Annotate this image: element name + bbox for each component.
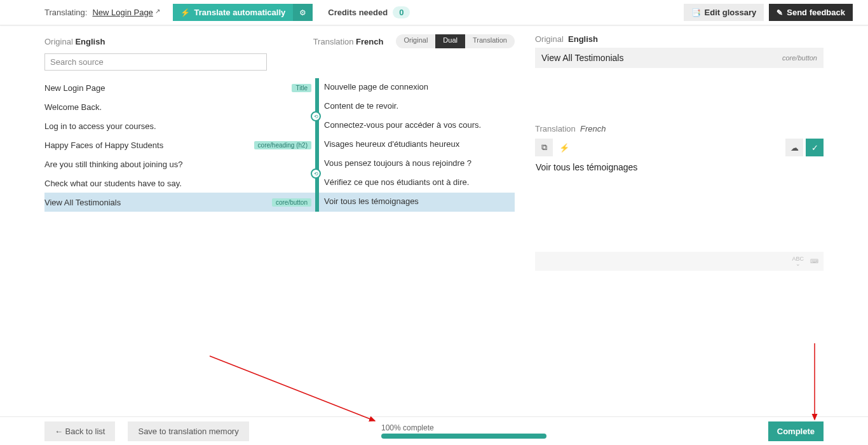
tag-cell: core/heading (h2) [269,135,315,154]
link-icon: ⟲ [311,111,321,121]
chevron-down-icon: ⌄ [796,261,801,266]
link-icon: ⟲ [311,168,321,179]
edit-glossary-label: Edit glossary [705,8,757,17]
right-orig-label-block: Original English [535,34,824,44]
tag-cell: core/button [269,193,315,212]
pill-original[interactable]: Original [396,34,435,48]
target-cell: Voir tous les témoignages [319,193,515,212]
translate-auto-settings-button[interactable]: ⚙ [293,4,313,21]
divider-bar: ⟲ [315,174,319,193]
divider-bar [315,193,319,212]
row-tag: core/button [272,198,311,207]
trans-lang: French [356,37,383,46]
target-cell: Connectez-vous pour accéder à vos cours. [319,116,515,135]
header-left: Translating: New Login Page ↗ ⚡ Translat… [44,4,410,21]
translation-lang-block: Translation French Original Dual Transla… [313,34,515,48]
translation-textarea[interactable]: Voir tous les témoignages [535,156,824,252]
source-cell: Log in to access your courses. [44,116,269,135]
source-cell: View All Testimonials [44,193,269,212]
translation-row[interactable]: Are you still thinking about joining us?… [44,154,515,174]
original-tag: core/button [782,54,817,62]
search-input[interactable] [44,53,267,71]
keyboard-icon[interactable]: ⌨ [810,259,818,264]
external-link-icon: ↗ [155,8,160,15]
spellcheck-icon[interactable]: ABC ⌄ [792,256,804,266]
edit-glossary-button[interactable]: 📑 Edit glossary [684,4,764,21]
confirm-icon[interactable]: ✓ [806,139,824,156]
right-orig-lang: English [568,34,598,44]
header-bar: Translating: New Login Page ↗ ⚡ Translat… [0,0,868,25]
credits-needed: Credits needed 0 [328,6,410,18]
download-icon[interactable]: ☁ [785,139,803,156]
pill-translation[interactable]: Translation [465,34,515,48]
divider-bar [315,78,319,97]
bolt-icon: ⚡ [180,8,190,17]
divider-bar [315,135,319,154]
credits-label: Credits needed [328,8,388,17]
target-cell: Visages heureux d'étudiants heureux [319,135,515,154]
orig-label: Original [44,37,73,46]
translation-row[interactable]: Welcome Back.Content de te revoir. [44,97,515,116]
right-pane: Original English View All Testimonials c… [527,34,824,271]
source-cell: New Login Page [44,78,269,97]
right-trans-label: Translation [535,124,576,134]
translation-lang-label: Translation French [313,37,384,46]
content: Original English Translation French Orig… [0,25,868,271]
divider-bar: ⟲ [315,116,319,135]
target-cell: Content de te revoir. [319,97,515,116]
view-pill-group: Original Dual Translation [396,34,515,48]
send-feedback-label: Send feedback [787,8,845,17]
page-link-wrapper[interactable]: New Login Page ↗ [92,8,160,17]
gear-icon: ⚙ [299,8,306,17]
glossary-icon: 📑 [691,8,701,17]
target-cell: Vous pensez toujours à nous rejoindre ? [319,154,515,174]
translating-label: Translating: [44,8,87,17]
copy-source-icon[interactable]: ⧉ [535,139,553,156]
translate-automatically-button[interactable]: ⚡ Translate automatically [173,4,293,21]
page-name-link[interactable]: New Login Page [92,8,153,17]
credits-badge: 0 [393,6,410,18]
original-text-box: View All Testimonials core/button [535,48,824,68]
translation-footer: ABC ⌄ ⌨ [535,252,824,271]
translation-row[interactable]: Log in to access your courses.⟲Connectez… [44,116,515,135]
translation-toolbar: ⧉ ⚡ ☁ ✓ [535,139,824,156]
source-cell: Happy Faces of Happy Students [44,135,269,154]
right-trans-lang: French [580,124,606,134]
translation-row[interactable]: Happy Faces of Happy Studentscore/headin… [44,135,515,154]
translation-row[interactable]: View All Testimonialscore/buttonVoir tou… [44,193,515,212]
tag-cell [269,154,315,174]
translation-rows: New Login PageTitleNouvelle page de conn… [44,78,515,212]
translate-auto-group: ⚡ Translate automatically ⚙ [173,4,313,21]
tag-cell [269,174,315,193]
source-cell: Check what our students have to say. [44,174,269,193]
translate-auto-label: Translate automatically [194,8,285,17]
original-lang-label: Original English [44,37,105,46]
translation-row[interactable]: New Login PageTitleNouvelle page de conn… [44,78,515,97]
source-cell: Are you still thinking about joining us? [44,154,269,174]
translation-row[interactable]: Check what our students have to say.⟲Vér… [44,174,515,193]
tag-cell [269,116,315,135]
target-cell: Vérifiez ce que nos étudiants ont à dire… [319,174,515,193]
right-orig-label: Original [535,34,564,44]
row-tag: core/heading (h2) [254,141,311,149]
header-right: 📑 Edit glossary ✎ Send feedback [684,4,853,21]
original-text: View All Testimonials [541,53,623,63]
source-cell: Welcome Back. [44,97,269,116]
row-tag: Title [292,84,311,92]
pill-dual[interactable]: Dual [435,34,465,48]
lang-row: Original English Translation French Orig… [44,34,515,48]
send-feedback-button[interactable]: ✎ Send feedback [769,4,853,21]
orig-lang: English [75,37,105,46]
right-trans-label-block: Translation French [535,124,824,134]
trans-label: Translation [313,37,354,46]
left-pane: Original English Translation French Orig… [44,34,515,271]
tag-cell [269,97,315,116]
tag-cell: Title [269,78,315,97]
pencil-icon: ✎ [776,8,783,17]
auto-translate-icon[interactable]: ⚡ [555,139,573,156]
target-cell: Nouvelle page de connexion [319,78,515,97]
